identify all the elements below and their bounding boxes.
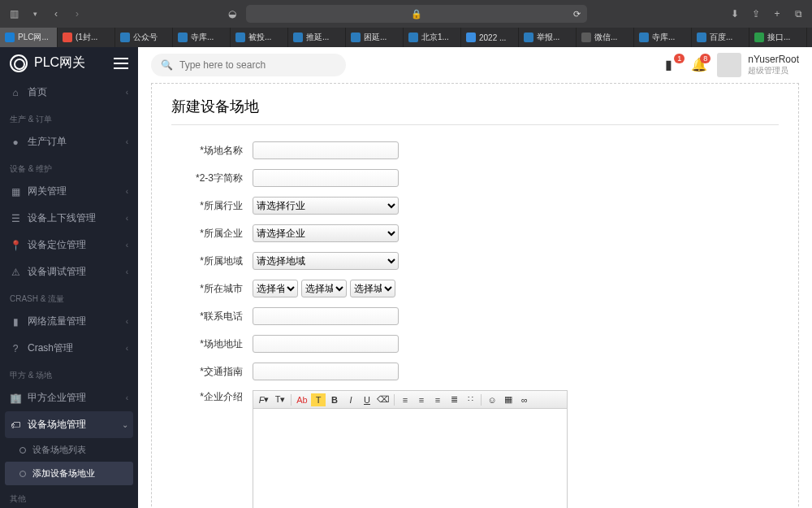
select-city-2[interactable]: 选择城市 <box>350 280 395 297</box>
italic-icon[interactable]: I <box>343 393 358 406</box>
label-guide: *交通指南 <box>171 365 253 379</box>
align-left-icon[interactable]: ≡ <box>398 393 412 406</box>
reader-icon[interactable]: ⟳ <box>573 9 581 20</box>
topbar: 🔍 ▮ 1 🔔 8 nYuserRoot 超级管理员 <box>138 47 812 83</box>
browser-tab[interactable]: 被投... <box>231 28 288 47</box>
search-input[interactable] <box>179 59 336 71</box>
sidebar-item-label: 设备定位管理 <box>28 238 86 252</box>
sidebar-item-label: 首页 <box>28 85 47 99</box>
browser-tab[interactable]: 2022 ... <box>461 28 519 47</box>
chevron-left-icon: ‹ <box>126 187 128 196</box>
font-color-icon[interactable]: Ab <box>295 393 309 406</box>
browser-tab[interactable]: 困延... <box>346 28 404 47</box>
sidebar-subitem[interactable]: 设备场地列表 <box>0 438 138 462</box>
sidebar-item[interactable]: ⚠设备调试管理‹ <box>0 258 138 285</box>
list-unordered-icon[interactable]: ∷ <box>463 393 477 406</box>
sidebar-item[interactable]: ?Crash管理‹ <box>0 335 138 362</box>
label-short: *2-3字简称 <box>171 172 253 185</box>
input-site-name[interactable] <box>253 141 399 159</box>
search-box[interactable]: 🔍 <box>151 54 346 76</box>
select-company[interactable]: 请选择企业 <box>253 224 399 242</box>
tag-icon: 🏷 <box>10 419 21 431</box>
sidebar-item[interactable]: ●生产订单‹ <box>0 128 138 155</box>
label-region: *所属地域 <box>171 254 253 268</box>
browser-tab[interactable]: 百度... <box>692 28 749 47</box>
download-icon[interactable]: ⬇ <box>728 7 742 21</box>
bell-notification[interactable]: 🔔 8 <box>691 57 707 73</box>
sidebar-item[interactable]: 📍设备定位管理‹ <box>0 232 138 258</box>
editor-body[interactable] <box>253 409 567 508</box>
list-ordered-icon[interactable]: ≣ <box>447 393 461 406</box>
input-address[interactable] <box>253 335 399 353</box>
sidebar-item-home[interactable]: ⌂ 首页 ‹ <box>0 79 138 106</box>
input-phone[interactable] <box>253 307 399 325</box>
sidebar-item[interactable]: ▮网络流量管理‹ <box>0 308 138 335</box>
favicon-icon <box>581 33 591 42</box>
sidebar-item[interactable]: ▦网关管理‹ <box>0 178 138 205</box>
sidebar-item[interactable]: 🏷设备场地管理⌄ <box>5 411 133 438</box>
user-menu[interactable]: nYuserRoot 超级管理员 <box>717 53 799 77</box>
input-guide[interactable] <box>253 363 399 380</box>
clear-format-icon[interactable]: ⌫ <box>376 393 391 406</box>
sidebar-subitem-label: 设备场地列表 <box>32 444 86 456</box>
label-phone: *联系电话 <box>171 310 253 323</box>
tab-label: 2022 ... <box>479 33 506 42</box>
form-title: 新建设备场地 <box>171 97 779 125</box>
app-logo-icon <box>10 54 28 72</box>
grid-icon: ▦ <box>10 186 21 198</box>
underline-icon[interactable]: U <box>360 393 374 406</box>
tab-label: 寺库... <box>652 32 675 43</box>
browser-tab[interactable]: 寺库... <box>173 28 231 47</box>
sidebar-item[interactable]: 🏢甲方企业管理‹ <box>0 384 138 411</box>
browser-tab[interactable]: 北京1... <box>404 28 461 47</box>
link-icon[interactable]: ∞ <box>517 393 532 406</box>
user-role: 超级管理员 <box>748 65 799 76</box>
sidebar-subitem[interactable]: 添加设备场地业 <box>5 462 133 485</box>
browser-tab[interactable]: 举报... <box>519 28 577 47</box>
sidebar-toggle-icon[interactable]: ▥ <box>6 7 21 21</box>
bold-icon[interactable]: B <box>327 393 342 406</box>
highlight-icon[interactable]: T <box>311 393 326 406</box>
sidebar-item[interactable]: ☰设备上下线管理‹ <box>0 205 138 232</box>
new-tab-icon[interactable]: + <box>770 7 784 21</box>
back-icon[interactable]: ‹ <box>49 7 63 21</box>
menu-toggle-icon[interactable] <box>114 58 128 69</box>
chevron-down-icon[interactable]: ▾ <box>28 7 42 21</box>
chevron-left-icon: ‹ <box>126 317 128 326</box>
align-right-icon[interactable]: ≡ <box>430 393 445 406</box>
sidebar-section-header: 其他 <box>0 485 138 508</box>
font-size-icon[interactable]: T▾ <box>273 393 287 406</box>
share-icon[interactable]: ⇪ <box>749 7 763 21</box>
tab-label: 推延... <box>306 32 329 43</box>
chat-notification[interactable]: ▮ 1 <box>665 57 681 73</box>
chevron-left-icon: ‹ <box>126 344 128 353</box>
image-icon[interactable]: ▦ <box>501 393 516 406</box>
tabs-icon[interactable]: ⧉ <box>791 7 806 21</box>
input-short-name[interactable] <box>253 169 399 187</box>
browser-tab[interactable]: 接口... <box>749 28 807 47</box>
address-bar[interactable]: 🔒 ⟳ <box>246 5 587 23</box>
select-province[interactable]: 选择省份 <box>253 280 298 297</box>
favicon-icon <box>754 33 764 42</box>
label-company: *所属企业 <box>171 227 253 241</box>
shield-icon[interactable]: ◒ <box>225 7 240 21</box>
browser-tab[interactable]: (1封... <box>58 28 115 47</box>
font-family-icon[interactable]: F▾ <box>257 393 271 406</box>
tab-label: (1封... <box>76 32 97 43</box>
browser-tab[interactable]: 微信... <box>577 28 634 47</box>
browser-tab[interactable]: PLC网... <box>0 28 58 47</box>
favicon-icon <box>293 33 303 42</box>
align-center-icon[interactable]: ≡ <box>414 393 429 406</box>
browser-tab[interactable]: 寺库... <box>634 28 692 47</box>
select-city-1[interactable]: 选择城市 <box>301 280 347 297</box>
sidebar-item-label: Crash管理 <box>28 341 73 355</box>
search-icon: 🔍 <box>161 59 173 71</box>
browser-tab[interactable]: 推延... <box>288 28 346 47</box>
select-region[interactable]: 请选择地域 <box>253 252 399 270</box>
main-area: 🔍 ▮ 1 🔔 8 nYuserRoot 超级管理员 新 <box>138 47 812 508</box>
forward-icon[interactable]: › <box>70 7 84 21</box>
sidebar-item-label: 设备场地管理 <box>28 418 86 432</box>
emoji-icon[interactable]: ☺ <box>485 393 499 406</box>
browser-tab[interactable]: 公众号 <box>115 28 173 47</box>
select-industry[interactable]: 请选择行业 <box>253 197 399 215</box>
